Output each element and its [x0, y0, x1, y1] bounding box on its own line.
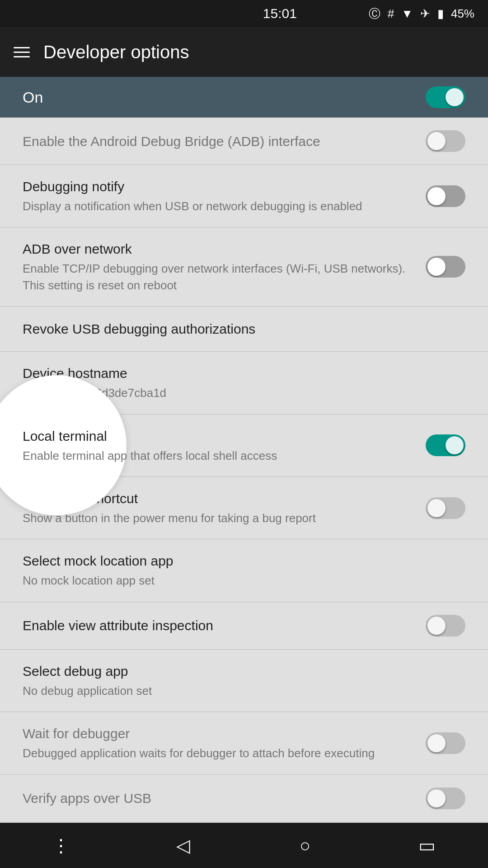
setting-item-local-terminal-wrapper: Local terminal Enable terminal app that … — [0, 415, 488, 477]
setting-subtitle-adb-network: Enable TCP/IP debugging over network int… — [23, 260, 417, 293]
setting-title-verify-apps-usb: Verify apps over USB — [23, 789, 417, 807]
setting-item-debug-app[interactable]: Select debug app No debug application se… — [0, 650, 488, 712]
recent-icon: ▭ — [418, 835, 436, 856]
on-off-label: On — [23, 89, 43, 106]
battery-percent: 45% — [451, 7, 474, 21]
menu-button[interactable] — [14, 47, 30, 57]
setting-subtitle-wait-debugger: Debugged application waits for debugger … — [23, 745, 417, 761]
setting-subtitle-mock-location: No mock location app set — [23, 572, 456, 589]
setting-item-debugging-notify[interactable]: Debugging notify Display a notification … — [0, 165, 488, 227]
setting-title-view-attribute: Enable view attribute inspection — [23, 617, 417, 634]
setting-title-debug-app: Select debug app — [23, 662, 456, 680]
setting-title-adb-network: ADB over network — [23, 240, 417, 258]
dots-icon: ⋮ — [52, 835, 70, 856]
setting-title-mock-location: Select mock location app — [23, 552, 456, 570]
setting-item-adb-network[interactable]: ADB over network Enable TCP/IP debugging… — [0, 227, 488, 307]
setting-subtitle-debugging-notify: Display a notification when USB or netwo… — [23, 198, 417, 214]
setting-subtitle-bug-report: Show a button in the power menu for taki… — [23, 510, 417, 526]
master-toggle[interactable] — [426, 86, 465, 108]
toggle-verify-apps-usb[interactable] — [426, 788, 465, 809]
toggle-adb-network[interactable] — [426, 256, 465, 278]
nav-dots-button[interactable]: ⋮ — [43, 827, 79, 863]
setting-item-mock-location[interactable]: Select mock location app No mock locatio… — [0, 539, 488, 602]
home-icon: ○ — [300, 835, 310, 856]
status-bar: 15:01 Ⓒ # ▼ ✈ ▮ 45% — [0, 0, 488, 27]
setting-title-revoke-usb: Revoke USB debugging authorizations — [23, 320, 456, 338]
setting-title-local-terminal: Local terminal — [23, 427, 417, 445]
toggle-debugging-notify[interactable] — [426, 185, 465, 207]
airplane-icon: ✈ — [420, 7, 430, 21]
setting-item-adb[interactable]: Enable the Android Debug Bridge (ADB) in… — [0, 118, 488, 165]
wifi-icon: ▼ — [401, 7, 413, 21]
back-icon: ◁ — [176, 835, 190, 856]
setting-item-wait-debugger[interactable]: Wait for debugger Debugged application w… — [0, 712, 488, 774]
nav-home-button[interactable]: ○ — [287, 827, 323, 863]
setting-item-local-terminal[interactable]: Local terminal Enable terminal app that … — [0, 415, 488, 476]
toggle-local-terminal[interactable] — [426, 434, 465, 456]
setting-item-view-attribute[interactable]: Enable view attribute inspection — [0, 602, 488, 650]
setting-title-debugging-notify: Debugging notify — [23, 178, 417, 195]
status-icons: Ⓒ # ▼ ✈ ▮ 45% — [369, 6, 474, 22]
nav-recent-button[interactable]: ▭ — [409, 827, 445, 863]
status-time: 15:01 — [191, 6, 369, 21]
toggle-adb[interactable] — [426, 130, 465, 152]
battery-icon: ▮ — [437, 7, 444, 21]
recording-icon: Ⓒ — [369, 6, 380, 22]
settings-list: Enable the Android Debug Bridge (ADB) in… — [0, 118, 488, 868]
nav-bar: ⋮ ◁ ○ ▭ — [0, 823, 488, 868]
setting-title-wait-debugger: Wait for debugger — [23, 725, 417, 742]
hash-icon: # — [388, 7, 394, 21]
page-title: Developer options — [43, 42, 189, 62]
setting-subtitle-local-terminal: Enable terminal app that offers local sh… — [23, 448, 417, 464]
setting-item-revoke-usb[interactable]: Revoke USB debugging authorizations — [0, 307, 488, 352]
setting-title-adb: Enable the Android Debug Bridge (ADB) in… — [23, 132, 417, 150]
toggle-view-attribute[interactable] — [426, 615, 465, 637]
nav-back-button[interactable]: ◁ — [165, 827, 201, 863]
app-bar: Developer options — [0, 27, 488, 77]
on-off-bar: On — [0, 77, 488, 118]
setting-title-device-hostname: Device hostname — [23, 364, 456, 382]
toggle-wait-debugger[interactable] — [426, 732, 465, 754]
setting-item-verify-apps-usb[interactable]: Verify apps over USB — [0, 775, 488, 822]
toggle-bug-report[interactable] — [426, 497, 465, 519]
setting-subtitle-debug-app: No debug application set — [23, 683, 456, 699]
